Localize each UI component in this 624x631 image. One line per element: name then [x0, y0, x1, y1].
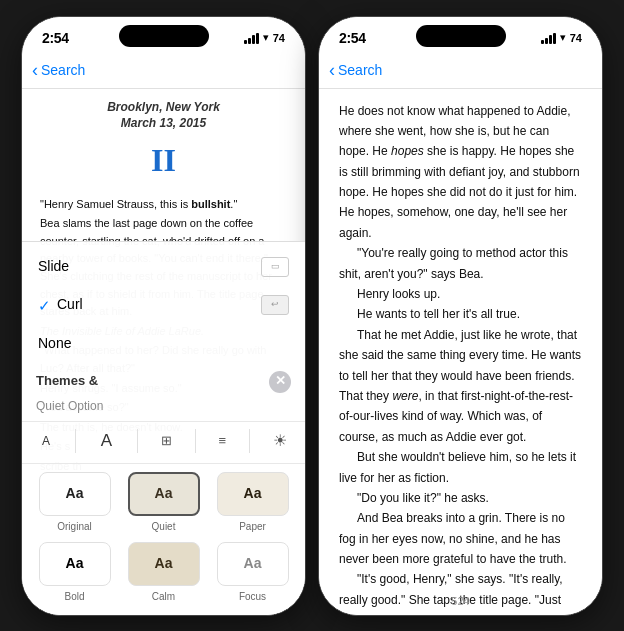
book-header: Brooklyn, New YorkMarch 13, 2015 II	[40, 99, 287, 186]
status-icons-right: ▾ 74	[541, 31, 582, 44]
back-chevron-right: ‹	[329, 60, 335, 81]
theme-box-focus[interactable]: Aa	[217, 542, 289, 586]
battery-left: 74	[273, 32, 285, 44]
transition-options: Slide ▭ ✓ Curl ↩ None	[22, 242, 305, 363]
theme-quiet[interactable]: Aa Quiet	[123, 472, 204, 535]
reading-para-6: But she wouldn't believe him, so he lets…	[339, 447, 582, 488]
status-icons-left: ▾ 74	[244, 31, 285, 44]
reading-para-9: "It's good, Henry," she says. "It's real…	[339, 569, 582, 614]
theme-label-calm: Calm	[152, 589, 175, 605]
time-right: 2:54	[339, 30, 366, 46]
font-decrease-button[interactable]: A	[36, 430, 56, 453]
close-button[interactable]: ✕	[269, 371, 291, 393]
dynamic-island-right	[416, 25, 506, 47]
transition-slide[interactable]: Slide ▭	[22, 248, 305, 286]
themes-header-row: Themes & ✕	[22, 363, 305, 397]
right-phone: 2:54 ▾ 74 ‹ Search He d	[318, 16, 603, 616]
back-chevron-left: ‹	[32, 60, 38, 81]
nav-bar-left: ‹ Search	[22, 53, 305, 89]
reading-para-3: Henry looks up.	[339, 284, 582, 304]
overlay-panel: Slide ▭ ✓ Curl ↩ None Themes & ✕	[22, 241, 305, 615]
font-increase-button[interactable]: A	[95, 426, 118, 456]
reading-para-8: And Bea breaks into a grin. There is no …	[339, 508, 582, 569]
none-label: None	[38, 333, 289, 355]
brightness-icon[interactable]: ☀	[269, 427, 291, 456]
book-location: Brooklyn, New YorkMarch 13, 2015	[40, 99, 287, 133]
signal-bar-2	[248, 38, 251, 44]
transition-none[interactable]: None	[22, 325, 305, 363]
status-bar-right: 2:54 ▾ 74	[319, 17, 602, 53]
theme-box-bold[interactable]: Aa	[39, 542, 111, 586]
themes-label: Themes &	[36, 371, 98, 391]
back-button-right[interactable]: ‹ Search	[329, 60, 382, 81]
theme-box-paper[interactable]: Aa	[217, 472, 289, 516]
reading-para-1: He does not know what happened to Addie,…	[339, 101, 582, 244]
signal-bar-4	[256, 33, 259, 44]
quiet-options-row: Quiet Option	[22, 397, 305, 422]
font-divider-2	[137, 429, 138, 453]
chapter-number: II	[40, 136, 287, 186]
signal-bar-1	[244, 40, 247, 44]
back-label-left: Search	[41, 62, 85, 78]
font-divider-3	[195, 429, 196, 453]
font-style-icon[interactable]: ⊞	[157, 429, 176, 453]
font-divider-4	[249, 429, 250, 453]
theme-label-focus: Focus	[239, 589, 266, 605]
theme-label-quiet: Quiet	[152, 519, 176, 535]
theme-box-calm[interactable]: Aa	[128, 542, 200, 586]
reading-para-2: "You're really going to method actor thi…	[339, 243, 582, 284]
font-divider-1	[75, 429, 76, 453]
reading-para-5: That he met Addie, just like he wrote, t…	[339, 325, 582, 447]
theme-box-original[interactable]: Aa	[39, 472, 111, 516]
theme-paper[interactable]: Aa Paper	[212, 472, 293, 535]
status-bar-left: 2:54 ▾ 74	[22, 17, 305, 53]
theme-grid: Aa Original Aa Quiet Aa Paper Aa Bold	[22, 464, 305, 615]
time-left: 2:54	[42, 30, 69, 46]
signal-bar-3	[252, 35, 255, 44]
theme-original[interactable]: Aa Original	[34, 472, 115, 535]
curl-label: Curl	[57, 294, 261, 316]
book-para-1: "Henry Samuel Strauss, this is bullshit.…	[40, 196, 287, 214]
theme-label-bold: Bold	[64, 589, 84, 605]
back-button-left[interactable]: ‹ Search	[32, 60, 85, 81]
font-format-icon[interactable]: ≡	[215, 429, 231, 453]
nav-bar-right: ‹ Search	[319, 53, 602, 89]
theme-box-quiet[interactable]: Aa	[128, 472, 200, 516]
curl-check: ✓	[38, 294, 51, 317]
dynamic-island-left	[119, 25, 209, 47]
left-phone: 2:54 ▾ 74 ‹ Search	[21, 16, 306, 616]
slide-icon: ▭	[261, 257, 289, 277]
signal-icon	[244, 32, 259, 44]
curl-icon: ↩	[261, 295, 289, 315]
battery-right: 74	[570, 32, 582, 44]
theme-label-original: Original	[57, 519, 91, 535]
slide-label: Slide	[38, 256, 69, 278]
reading-para-4: He wants to tell her it's all true.	[339, 304, 582, 324]
theme-focus[interactable]: Aa Focus	[212, 542, 293, 605]
signal-icon-right	[541, 32, 556, 44]
quiet-options-label: Quiet Option	[36, 397, 103, 416]
phones-container: 2:54 ▾ 74 ‹ Search	[21, 16, 603, 616]
page-number: 524	[451, 595, 469, 607]
theme-calm[interactable]: Aa Calm	[123, 542, 204, 605]
wifi-icon: ▾	[263, 31, 269, 44]
theme-bold[interactable]: Aa Bold	[34, 542, 115, 605]
book-content: Brooklyn, New YorkMarch 13, 2015 II "Hen…	[22, 89, 305, 615]
theme-label-paper: Paper	[239, 519, 266, 535]
transition-curl[interactable]: ✓ Curl ↩	[22, 286, 305, 325]
reading-content: He does not know what happened to Addie,…	[319, 89, 602, 615]
font-size-row: A A ⊞ ≡ ☀	[22, 421, 305, 463]
wifi-icon-right: ▾	[560, 31, 566, 44]
reading-para-7: "Do you like it?" he asks.	[339, 488, 582, 508]
back-label-right: Search	[338, 62, 382, 78]
